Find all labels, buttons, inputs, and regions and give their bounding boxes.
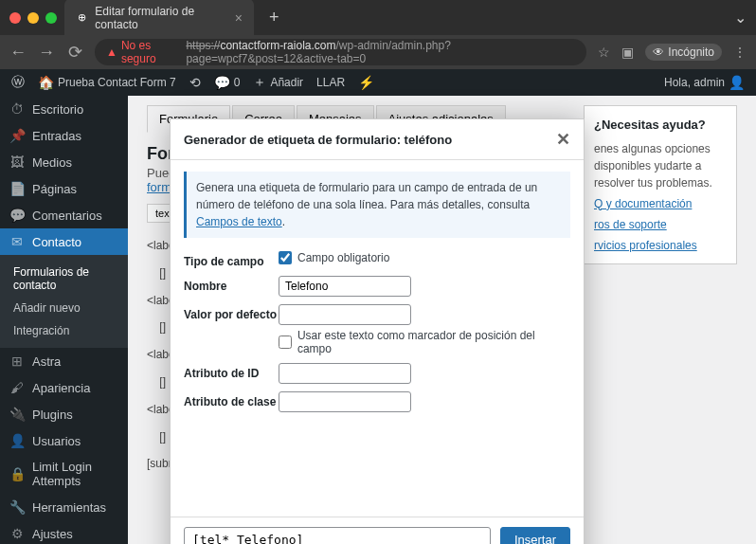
modal-notice: Genera una etiqueta de formulario para u… (184, 172, 570, 238)
id-input[interactable] (279, 363, 411, 384)
class-input[interactable] (279, 391, 411, 412)
placeholder-checkbox-row[interactable]: Usar este texto como marcador de posició… (279, 329, 570, 355)
default-label: Valor por defecto (184, 304, 279, 321)
id-label: Atributo de ID (184, 363, 279, 380)
placeholder-label: Usar este texto como marcador de posició… (297, 329, 570, 355)
notice-link[interactable]: Campos de texto (196, 215, 282, 228)
name-input[interactable] (279, 276, 411, 297)
notice-text: Genera una etiqueta de formulario para u… (196, 181, 537, 211)
generated-tag-input[interactable] (184, 527, 491, 544)
modal-close-button[interactable]: ✕ (556, 129, 570, 150)
required-checkbox[interactable] (279, 251, 292, 264)
modal-title: Generador de etiqueta de formulario: tel… (184, 133, 452, 147)
modal-body: Tipo de campo Campo obligatorio Nombre V… (171, 247, 584, 517)
placeholder-checkbox[interactable] (279, 335, 292, 349)
field-type-label: Tipo de campo (184, 251, 279, 268)
default-value-input[interactable] (279, 304, 411, 325)
insert-button[interactable]: Insertar (500, 527, 570, 544)
name-label: Nombre (184, 276, 279, 293)
modal-overlay: Generador de etiqueta de formulario: tel… (0, 0, 756, 544)
class-label: Atributo de clase (184, 391, 279, 408)
required-label: Campo obligatorio (297, 251, 389, 264)
modal-header: Generador de etiqueta de formulario: tel… (171, 119, 584, 160)
modal-footer: Insertar Para recibir los datos enviados… (171, 517, 584, 544)
tag-generator-modal: Generador de etiqueta de formulario: tel… (170, 118, 585, 544)
required-checkbox-row[interactable]: Campo obligatorio (279, 251, 570, 264)
